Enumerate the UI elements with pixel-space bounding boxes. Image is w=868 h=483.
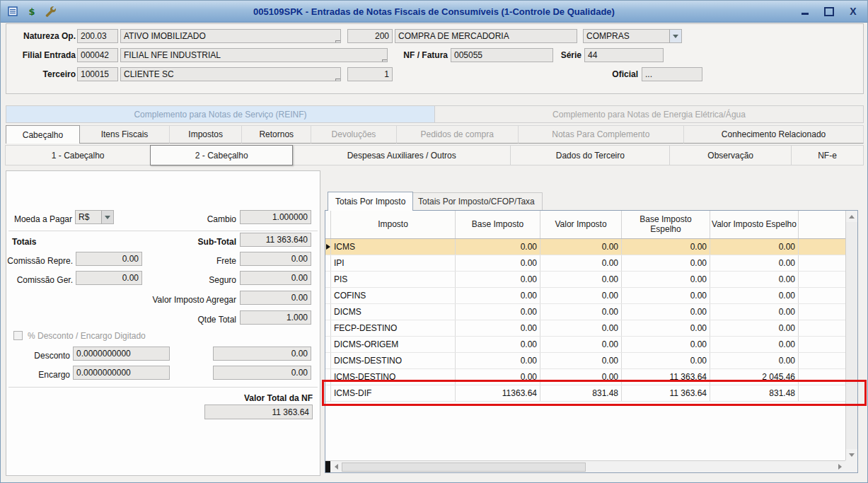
table-row-icms[interactable]: ICMS 0.00 0.00 0.00 0.00: [325, 239, 845, 255]
comissao-ger-field[interactable]: 0.00: [76, 271, 142, 285]
table-row-dicms-destino[interactable]: DICMS-DESTINO 0.00 0.00 0.00 0.00: [325, 353, 845, 369]
desconto-label: Desconto: [6, 349, 70, 363]
tab-cabecalho[interactable]: Cabeçalho: [6, 125, 80, 144]
lookup-button[interactable]: [382, 59, 388, 62]
valor-total-nf-field: 11 363.64: [204, 405, 313, 419]
moeda-value: R$: [79, 212, 89, 222]
grupo-combobox[interactable]: COMPRAS: [583, 29, 682, 43]
cell-imposto: ICMS: [331, 239, 456, 255]
cell-base-espelho: 0.00: [622, 320, 710, 336]
comissao-repre-field[interactable]: 0.00: [76, 252, 142, 266]
currency-icon[interactable]: $: [25, 5, 38, 18]
nf-fatura-field[interactable]: 005055: [451, 48, 553, 62]
tab-retornos[interactable]: Retornos: [242, 125, 311, 144]
cell-filler: [799, 272, 845, 287]
tab-totais-por-imposto-cfop-taxa[interactable]: Totais Por Imposto/CFOP/Taxa: [411, 192, 543, 211]
column-header-valor-imposto-espelho[interactable]: Valor Imposto Espelho: [710, 211, 799, 238]
tab-complemento-reinf: Complemento para Notas de Serviço (REINF…: [6, 106, 435, 122]
subtab-despesas-auxiliares[interactable]: Despesas Auxiliares / Outros: [292, 145, 511, 165]
desconto-pct-field[interactable]: 0.0000000000: [73, 347, 170, 361]
terceiro-code-field[interactable]: 100015: [77, 67, 118, 81]
cell-valor: 831.48: [540, 385, 622, 401]
terceiro-desc-field[interactable]: CLIENTE SC: [120, 67, 341, 81]
natureza-desc-field[interactable]: ATIVO IMOBILIZADO: [120, 29, 341, 43]
cell-base: 0.00: [456, 304, 540, 320]
chevron-down-icon[interactable]: [669, 30, 681, 42]
tab-itens-fiscais[interactable]: Itens Fiscais: [80, 125, 170, 144]
complement-tab-strip: Complemento para Notas de Serviço (REINF…: [6, 105, 864, 123]
table-row-ipi[interactable]: IPI 0.00 0.00 0.00 0.00: [325, 255, 845, 272]
seguro-field[interactable]: 0.00: [240, 271, 311, 285]
table-row-pis[interactable]: PIS 0.00 0.00 0.00 0.00: [325, 272, 845, 288]
natureza-code-field[interactable]: 200.03: [77, 29, 118, 43]
encargo-valor-field[interactable]: 0.00: [213, 366, 311, 380]
wrench-icon[interactable]: [45, 5, 57, 18]
column-header-base-imposto-espelho[interactable]: Base Imposto Espelho: [622, 211, 710, 238]
scroll-down-icon[interactable]: [846, 449, 857, 460]
desconto-encargo-checkbox: [13, 331, 23, 340]
tab-conhecimento-relacionado[interactable]: Conhecimento Relacionado: [684, 125, 864, 144]
horizontal-scroll-thumb[interactable]: [342, 462, 586, 472]
terceiro-seq-field[interactable]: 1: [347, 67, 393, 81]
scroll-up-icon[interactable]: [846, 211, 857, 222]
cell-filler: [799, 288, 845, 303]
cell-base-espelho: 11 363.64: [622, 369, 710, 385]
close-button[interactable]: X: [847, 6, 859, 17]
subtab-1-cabecalho[interactable]: 1 - Cabeçalho: [5, 145, 151, 165]
filial-desc-field[interactable]: FILIAL NFE INDUSTRIAL: [120, 48, 388, 62]
cambio-field[interactable]: 1.000000: [240, 210, 311, 224]
cell-valor-espelho: 2 045.46: [710, 369, 799, 385]
valor-total-nf-label: Valor Total da NF: [148, 391, 313, 405]
cell-imposto: FECP-DESTINO: [331, 320, 456, 336]
svg-text:$: $: [28, 6, 35, 17]
desconto-valor-field[interactable]: 0.00: [213, 347, 311, 361]
vertical-scrollbar[interactable]: [845, 211, 857, 460]
filial-desc-value: FILIAL NFE INDUSTRIAL: [124, 50, 221, 60]
table-row-icms-destino[interactable]: ICMS-DESTINO 0.00 0.00 11 363.64 2 045.4…: [325, 369, 845, 385]
table-row-fecp-destino[interactable]: FECP-DESTINO 0.00 0.00 0.00 0.00: [325, 320, 845, 337]
cell-filler: [799, 353, 845, 368]
ledger-icon[interactable]: [6, 5, 19, 18]
serie-field[interactable]: 44: [584, 48, 664, 62]
subtab-dados-do-terceiro[interactable]: Dados do Terceiro: [510, 145, 670, 165]
marker-column-footer: [325, 461, 330, 472]
subtab-nfe[interactable]: NF-e: [791, 145, 864, 165]
cell-base: 0.00: [456, 255, 540, 271]
cell-filler: [799, 320, 845, 336]
column-header-valor-imposto[interactable]: Valor Imposto: [540, 211, 622, 238]
vertical-scroll-track[interactable]: [846, 222, 857, 449]
table-row-cofins[interactable]: COFINS 0.00 0.00 0.00 0.00: [325, 288, 845, 304]
tab-totais-por-imposto[interactable]: Totais Por Imposto: [328, 192, 413, 211]
cell-valor-espelho: 0.00: [710, 353, 799, 368]
cell-base: 0.00: [456, 239, 540, 255]
lookup-button[interactable]: [335, 40, 341, 43]
tipo-code-field[interactable]: 200: [347, 29, 393, 43]
subtab-2-cabecalho[interactable]: 2 - Cabeçalho: [150, 145, 293, 165]
minimize-button[interactable]: [799, 6, 811, 17]
table-row-icms-dif[interactable]: ICMS-DIF 11363.64 831.48 11 363.64 831.4…: [325, 385, 845, 402]
sub-tab-bar: 1 - Cabeçalho 2 - Cabeçalho Despesas Aux…: [6, 145, 864, 165]
scroll-left-icon[interactable]: [330, 461, 342, 472]
table-row-dicms-origem[interactable]: DICMS-ORIGEM 0.00 0.00 0.00 0.00: [325, 337, 845, 353]
horizontal-scrollbar[interactable]: [325, 460, 845, 472]
tipo-desc-field[interactable]: COMPRA DE MERCADORIA: [395, 29, 577, 43]
subtab-observacao[interactable]: Observação: [669, 145, 792, 165]
valor-imposto-agregar-field[interactable]: 0.00: [240, 291, 311, 305]
oficial-lookup-field[interactable]: ...: [642, 67, 702, 81]
cell-imposto: PIS: [331, 272, 456, 287]
lookup-button[interactable]: [335, 78, 341, 81]
scroll-right-icon[interactable]: [834, 461, 845, 472]
table-row-dicms[interactable]: DICMS 0.00 0.00 0.00 0.00: [325, 304, 845, 320]
maximize-button[interactable]: [823, 6, 835, 17]
frete-field[interactable]: 0.00: [240, 252, 311, 266]
column-header-imposto[interactable]: Imposto: [331, 211, 456, 238]
marker-column-header: [325, 211, 331, 238]
frete-label: Frete: [169, 254, 236, 268]
column-header-base-imposto[interactable]: Base Imposto: [456, 211, 540, 238]
app-window: $ 005109SPK - Entradas de Notas Fiscais …: [0, 0, 868, 483]
window-title: 005109SPK - Entradas de Notas Fiscais de…: [1, 6, 867, 17]
encargo-pct-field[interactable]: 0.0000000000: [73, 366, 170, 380]
tab-impostos[interactable]: Impostos: [170, 125, 242, 144]
filial-code-field[interactable]: 000042: [77, 48, 118, 62]
filial-label: Filial Entrada: [8, 48, 76, 62]
